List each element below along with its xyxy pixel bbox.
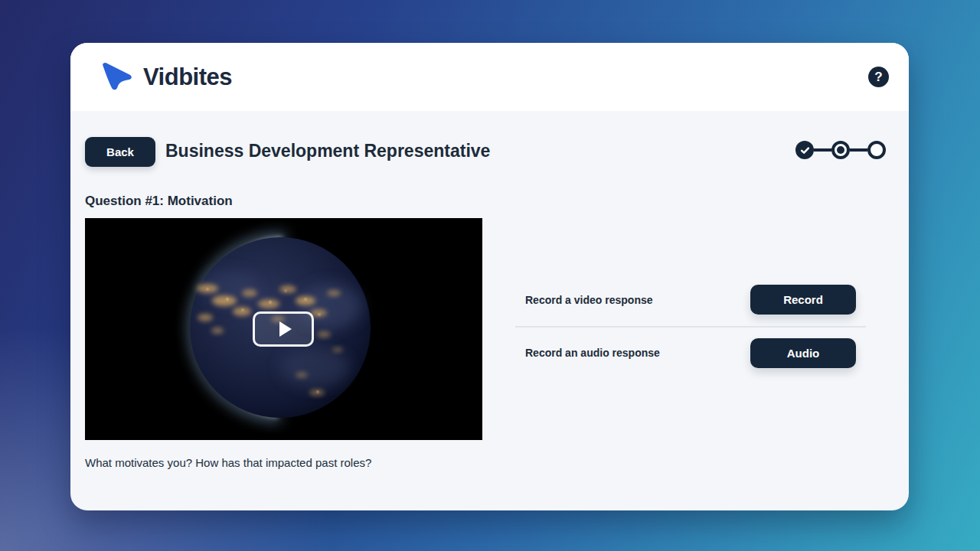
stepper-connector xyxy=(814,148,831,152)
record-video-button[interactable]: Record xyxy=(750,285,856,315)
video-response-label: Record a video response xyxy=(525,294,653,306)
progress-stepper xyxy=(795,141,886,159)
page-title: Business Development Representative xyxy=(165,141,490,161)
brand-name: Vidbites xyxy=(143,64,232,91)
app-card: Vidbites ? Back Business Development Rep… xyxy=(70,43,909,510)
question-text: What motivates you? How has that impacte… xyxy=(85,456,371,469)
step-3-upcoming xyxy=(867,141,886,159)
back-button[interactable]: Back xyxy=(85,137,155,167)
stepper-connector xyxy=(850,148,867,152)
step-1-completed xyxy=(795,141,814,159)
vidbites-logo-icon xyxy=(100,62,135,93)
question-heading: Question #1: Motivation xyxy=(85,194,233,209)
card-body: Back Business Development Representative… xyxy=(70,111,909,510)
help-icon[interactable]: ? xyxy=(868,67,889,87)
app-header: Vidbites ? xyxy=(70,43,909,111)
record-audio-button[interactable]: Audio xyxy=(750,338,856,368)
audio-response-label: Record an audio response xyxy=(525,347,660,359)
options-divider xyxy=(515,326,866,328)
step-2-current xyxy=(831,141,850,159)
play-button[interactable] xyxy=(253,311,314,347)
current-step-dot xyxy=(837,146,844,154)
check-icon xyxy=(799,145,811,156)
video-player[interactable] xyxy=(85,218,482,440)
play-icon xyxy=(279,321,292,337)
brand: Vidbites xyxy=(100,62,232,93)
